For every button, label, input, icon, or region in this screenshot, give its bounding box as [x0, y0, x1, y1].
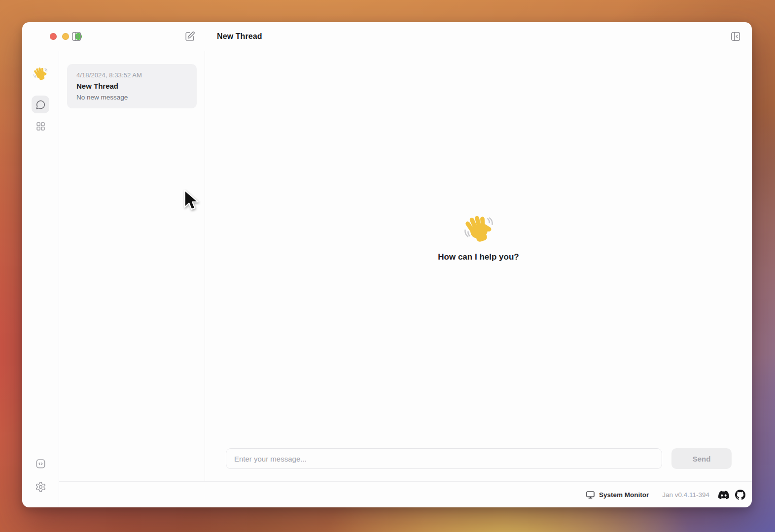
titlebar: New Thread	[22, 22, 752, 51]
thread-last-message: No new message	[76, 94, 187, 101]
github-icon[interactable]	[735, 490, 745, 500]
thread-list-item[interactable]: 4/18/2024, 8:33:52 AM New Thread No new …	[67, 64, 197, 108]
sidebar-item-hub[interactable]	[32, 117, 49, 135]
chat-main-area: How can I help you? Send	[205, 51, 752, 481]
chat-bubble-icon	[35, 100, 46, 110]
app-version: Jan v0.4.11-394	[662, 491, 709, 499]
wave-hand-emoji	[33, 66, 48, 84]
thread-timestamp: 4/18/2024, 8:33:52 AM	[76, 71, 187, 79]
welcome-block: How can I help you?	[205, 213, 752, 262]
system-monitor-icon[interactable]	[586, 490, 595, 499]
panel-right-collapse-icon[interactable]	[730, 31, 741, 42]
grid-icon	[35, 121, 46, 132]
close-window-button[interactable]	[50, 33, 57, 40]
right-part: 4/18/2024, 8:33:52 AM New Thread No new …	[59, 51, 752, 507]
status-bar: System Monitor Jan v0.4.11-394	[59, 481, 752, 507]
settings-gear-icon[interactable]	[35, 481, 46, 495]
content-area: 4/18/2024, 8:33:52 AM New Thread No new …	[22, 51, 752, 507]
composer: Send	[226, 448, 732, 469]
message-input[interactable]	[226, 448, 662, 469]
system-monitor-label[interactable]: System Monitor	[599, 491, 649, 499]
wave-hand-emoji	[462, 213, 495, 245]
greeting-text: How can I help you?	[438, 252, 519, 262]
minimize-window-button[interactable]	[62, 33, 69, 40]
ribbon-sidebar	[22, 51, 59, 507]
send-button[interactable]: Send	[671, 448, 732, 469]
discord-icon[interactable]	[718, 491, 729, 499]
panel-left-collapse-icon[interactable]	[70, 31, 82, 42]
workspace: 4/18/2024, 8:33:52 AM New Thread No new …	[59, 51, 752, 481]
sidebar-item-threads[interactable]	[32, 96, 49, 113]
new-thread-compose-icon[interactable]	[184, 31, 196, 42]
thread-title: New Thread	[76, 82, 187, 90]
app-window: New Thread	[22, 22, 752, 507]
page-title: New Thread	[217, 22, 262, 51]
local-api-server-icon[interactable]	[35, 458, 46, 471]
thread-list-panel: 4/18/2024, 8:33:52 AM New Thread No new …	[59, 51, 205, 481]
